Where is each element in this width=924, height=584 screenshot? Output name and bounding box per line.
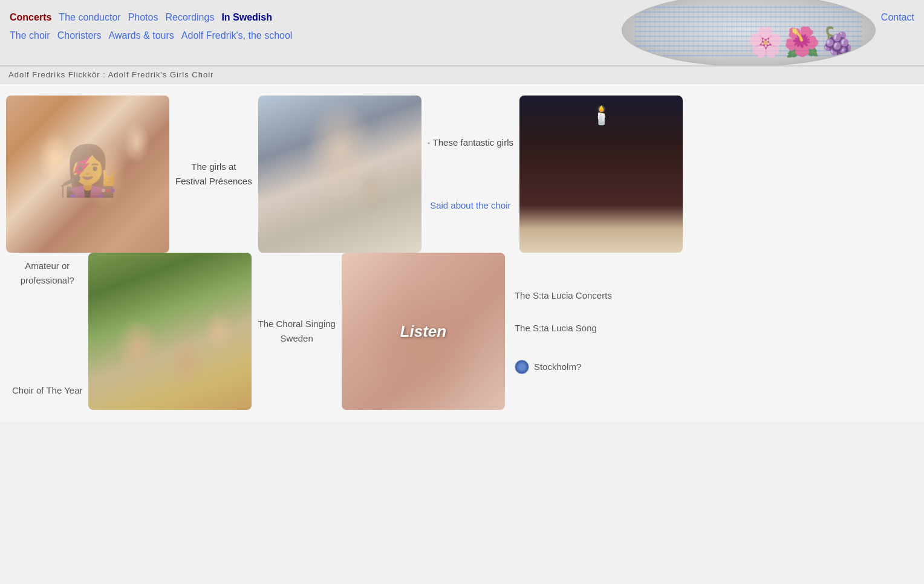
nav-recordings[interactable]: Recordings — [161, 10, 218, 25]
text-choral-singing: The Choral SingingSweden — [258, 317, 335, 346]
content-row-2: Amateur orprofessional? Choir of The Yea… — [6, 253, 918, 410]
text-amateur-professional: Amateur orprofessional? — [21, 259, 74, 288]
lucia-concerts-text: The S:ta Lucia Concerts The S:ta Lucia S… — [515, 288, 612, 374]
cell-lucia-info: The S:ta Lucia Concerts The S:ta Lucia S… — [505, 253, 622, 410]
logo-flowers: 🌸🌺🍇 — [747, 25, 856, 59]
cell-choral-singing: The Choral SingingSweden — [252, 253, 341, 410]
cell-photo-singing — [258, 96, 421, 253]
main-content: The girls atFestival Présences - These f… — [0, 83, 924, 422]
lucia-song-link[interactable]: The S:ta Lucia Song — [515, 321, 612, 336]
cell-festival-text: The girls atFestival Présences — [169, 96, 258, 253]
logo-oval: 🌸🌺🍇 — [622, 0, 876, 67]
stockholm-link[interactable]: Stockholm? — [534, 360, 581, 374]
stockholm-icon — [515, 360, 529, 374]
cell-photo-outdoor — [88, 253, 252, 410]
photo-singing — [258, 96, 421, 253]
nav-concerts[interactable]: Concerts — [6, 10, 55, 25]
photo-ear: Listen — [342, 253, 505, 410]
breadcrumb-text: Adolf Fredriks Flickkör : Adolf Fredrik'… — [8, 70, 213, 79]
listen-label[interactable]: Listen — [400, 322, 447, 341]
girls-at-line: The girls atFestival Présences — [175, 161, 252, 186]
stockholm-row: Stockholm? — [515, 360, 612, 374]
photo-choir-performance — [6, 96, 169, 253]
text-said-about: - These fantastic girls Said about the c… — [428, 135, 513, 213]
photo-outdoor-singing — [88, 253, 252, 410]
content-row-1: The girls atFestival Présences - These f… — [6, 96, 918, 253]
page-header: Concerts The conductor Photos Recordings… — [0, 0, 924, 67]
nav-in-swedish[interactable]: In Swedish — [218, 10, 276, 25]
text-choir-of-year: Choir of The Year — [12, 383, 82, 404]
header-logo: 🌸🌺🍇 — [622, 0, 876, 67]
cell-photo-choir — [6, 96, 169, 253]
choral-singing-link[interactable]: The Choral SingingSweden — [258, 319, 335, 343]
amateur-link[interactable]: Amateur orprofessional? — [21, 261, 74, 285]
nav-conductor[interactable]: The conductor — [55, 10, 124, 25]
nav-adolf-fredrik[interactable]: Adolf Fredrik's, the school — [178, 28, 296, 44]
nav-photos[interactable]: Photos — [125, 10, 162, 25]
nav-contact[interactable]: Contact — [877, 10, 918, 25]
fantastic-girls-label: - These fantastic girls — [428, 135, 513, 150]
nav-choristers[interactable]: Choristers — [54, 28, 105, 44]
said-about-link[interactable]: Said about the choir — [430, 200, 510, 210]
cell-photo-lucia — [519, 96, 683, 253]
nav-the-choir[interactable]: The choir — [6, 28, 54, 44]
choir-of-year-link[interactable]: Choir of The Year — [12, 385, 82, 395]
text-festival-presences: The girls atFestival Présences — [175, 160, 252, 189]
cell-photo-ear: Listen — [342, 253, 505, 410]
breadcrumb: Adolf Fredriks Flickkör : Adolf Fredrik'… — [0, 67, 924, 83]
lucia-concerts-link[interactable]: The S:ta Lucia Concerts — [515, 288, 612, 303]
cell-amateur: Amateur orprofessional? Choir of The Yea… — [6, 253, 88, 410]
nav-awards[interactable]: Awards & tours — [105, 28, 178, 44]
photo-lucia — [519, 96, 683, 253]
cell-said-about: - These fantastic girls Said about the c… — [421, 96, 519, 253]
